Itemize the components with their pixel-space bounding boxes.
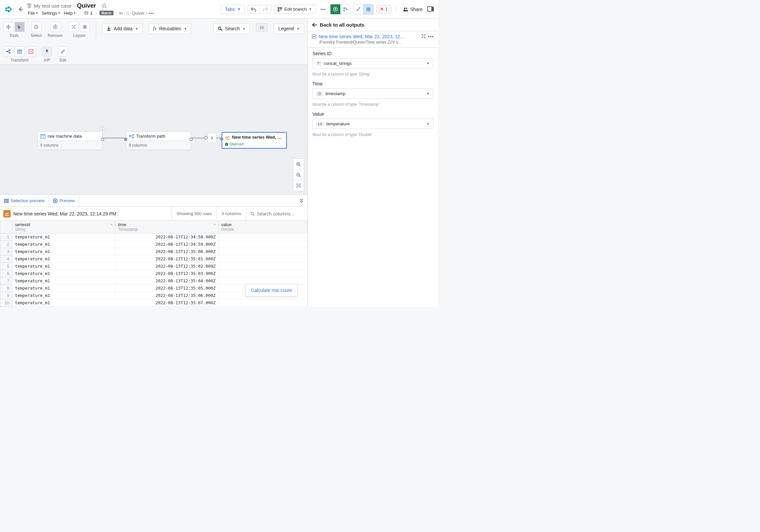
undo-button[interactable] (248, 5, 260, 13)
more-icon[interactable]: ••• (318, 5, 328, 13)
move-tool-icon[interactable] (3, 22, 13, 32)
search-icon (250, 211, 255, 216)
transform-flow-icon[interactable] (3, 47, 13, 57)
column-menu-icon[interactable]: ▼ (213, 223, 216, 226)
edit-label: Edit (60, 58, 67, 63)
transform-table-icon[interactable] (15, 47, 25, 57)
reusables-button[interactable]: fx Reusables▼ (149, 23, 191, 34)
tools-label: Tools (9, 33, 19, 38)
svg-point-16 (36, 27, 37, 28)
search-button[interactable]: Search▼ (213, 23, 250, 34)
svg-point-20 (75, 28, 76, 29)
svg-point-18 (75, 25, 76, 26)
svg-rect-25 (9, 52, 10, 54)
wand-icon[interactable] (353, 4, 363, 14)
chevron-down-icon: ▼ (426, 92, 430, 95)
merge-button[interactable] (340, 4, 350, 14)
value-select[interactable]: 1.0 temperature ▼ (312, 119, 433, 129)
output-node-header: New time series Wed, Mar 22, 2023, 12:..… (308, 31, 438, 48)
redo-button[interactable] (260, 5, 271, 13)
expand-node-button[interactable] (208, 133, 216, 143)
table-row[interactable]: 6temperature_m12022-08-13T12:35:03.000Z (0, 270, 307, 277)
node-timeseries[interactable]: New time series Wed, Ma... ✓ Deployed (222, 132, 287, 149)
double-type-icon: 1.0 (316, 122, 324, 126)
path-indicator[interactable]: In ▭ Quiver › ••• (119, 11, 154, 16)
svg-rect-34 (298, 185, 299, 186)
tab-preview[interactable]: Preview (49, 195, 79, 206)
check-icon: ✓ (225, 143, 228, 146)
count-indicator[interactable]: 1 (83, 10, 94, 16)
file-menu[interactable]: File▼ (27, 10, 40, 16)
search-columns-input[interactable] (246, 207, 307, 220)
table-row[interactable]: 3temperature_m12022-08-13T12:35:00.000Z (0, 248, 307, 255)
select-tool-icon[interactable] (15, 22, 25, 32)
tabs-button[interactable]: Tabs▼ (221, 5, 245, 14)
fx-icon: fx (153, 26, 156, 31)
svg-point-8 (367, 8, 368, 9)
zoom-out-icon[interactable] (293, 170, 304, 180)
share-button[interactable]: Share (401, 5, 425, 13)
svg-point-17 (72, 25, 73, 26)
preview-cols-count: 3 columns (217, 207, 246, 220)
svg-point-1 (278, 7, 279, 9)
add-data-button[interactable]: Add data▼ (102, 23, 143, 34)
canvas[interactable]: ↕ raw machine data 8 columns Transform p… (0, 65, 307, 195)
tab-selection-preview[interactable]: Selection preview (0, 195, 49, 206)
column-header-seriesid[interactable]: seriesId (15, 222, 112, 227)
table-row[interactable]: 4temperature_m12022-08-13T12:35:01.000Z (0, 255, 307, 263)
layout-grid-icon[interactable] (80, 22, 90, 32)
undo-redo-group (248, 5, 271, 14)
select-label: Select (31, 33, 42, 38)
edit-branch-button[interactable]: Edit branch ▼ (274, 5, 315, 14)
breadcrumb-project[interactable]: My test use case (34, 3, 72, 9)
sliders-icon[interactable] (363, 4, 373, 14)
connector (102, 138, 126, 138)
node-port-in[interactable] (220, 137, 223, 141)
panel-toggle-icon[interactable] (427, 6, 435, 12)
transform-output-icon[interactable] (26, 47, 36, 57)
column-header-time[interactable]: time (118, 222, 216, 227)
table-row[interactable]: 1temperature_m12022-08-13T12:34:58.000Z (0, 233, 307, 241)
collapse-preview-icon[interactable] (295, 199, 307, 203)
more-icon[interactable]: ••• (428, 34, 434, 39)
target-select-icon[interactable] (31, 22, 41, 32)
zoom-in-icon[interactable] (293, 159, 304, 170)
back-to-outputs-button[interactable]: Back to all outputs (308, 19, 438, 31)
aip-icon[interactable] (42, 47, 52, 57)
right-panel: Back to all outputs New time series Wed,… (307, 19, 438, 307)
node-port-in[interactable] (124, 138, 127, 141)
node-raw-data[interactable]: raw machine data 8 columns (37, 131, 102, 150)
svg-point-22 (218, 27, 221, 30)
layout-tree-icon[interactable] (69, 22, 79, 32)
column-header-value[interactable]: value (221, 222, 304, 227)
zoom-controls (293, 159, 304, 191)
table-row[interactable]: 5temperature_m12022-08-13T12:35:02.000Z (0, 263, 307, 270)
commit-button[interactable] (330, 4, 340, 14)
transform-icon (129, 134, 134, 139)
toolbar: Tools Select Remove (0, 19, 307, 65)
remove-icon[interactable] (50, 22, 60, 32)
back-arrow-icon[interactable] (16, 5, 25, 14)
zoom-fit-icon[interactable] (293, 180, 304, 191)
time-select[interactable]: timestamp ▼ (312, 88, 433, 99)
error-badge[interactable]: ✕ 1 (376, 5, 391, 13)
series-id-select[interactable]: ❞ concat_strings ▼ (312, 58, 433, 68)
table-row[interactable]: 7temperature_m12022-08-13T12:35:04.000Z (0, 277, 307, 285)
node-transform[interactable]: Transform path 9 columns (126, 131, 191, 150)
star-icon[interactable] (101, 3, 107, 8)
output-node-title[interactable]: New time series Wed, Mar 22, 2023, 12:..… (318, 34, 405, 39)
table-icon (4, 199, 9, 203)
chart-file-icon (312, 34, 316, 39)
svg-rect-28 (41, 134, 45, 138)
fullscreen-icon[interactable] (421, 34, 426, 39)
help-menu[interactable]: Help▼ (63, 10, 78, 16)
timestamp-type-icon (316, 92, 323, 96)
link-icon[interactable] (256, 23, 268, 32)
edit-pencil-icon[interactable] (58, 47, 68, 57)
table-row[interactable]: 10temperature_m12022-08-13T12:35:07.000Z (0, 299, 307, 307)
column-menu-icon[interactable]: ▼ (110, 223, 113, 226)
table-row[interactable]: 2temperature_m12022-08-13T12:34:59.000Z (0, 241, 307, 248)
legend-button[interactable]: Legend▼ (274, 23, 304, 34)
settings-menu[interactable]: Settings▼ (40, 10, 62, 16)
calculate-row-count-button[interactable]: Calculate row count (245, 284, 297, 297)
